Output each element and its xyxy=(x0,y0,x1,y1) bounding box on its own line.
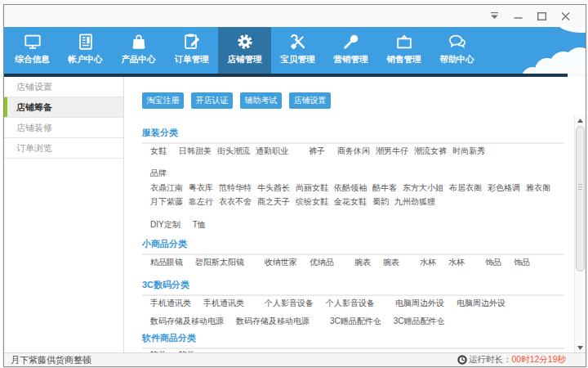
nav-item-4[interactable]: 店铺管理 xyxy=(218,27,271,74)
nav-item-8[interactable]: 帮助中心 xyxy=(430,27,483,74)
collapse-tray-icon xyxy=(490,12,499,20)
category-link[interactable]: 商务休闲 xyxy=(337,146,370,155)
nav-item-6[interactable]: 营销管理 xyxy=(324,27,377,74)
category-link[interactable]: 依酷领袖 xyxy=(334,183,367,192)
category-link[interactable]: 商之天子 xyxy=(257,197,290,206)
category-link[interactable]: 碧阳斯太阳镜 xyxy=(195,258,244,267)
scrollbar-down-arrow-icon[interactable] xyxy=(575,343,586,352)
category-link[interactable]: 电脑周边外设 xyxy=(457,298,506,307)
status-left-text: 月下紫藤供货商整顿 xyxy=(4,354,91,366)
maximize-icon xyxy=(537,12,546,20)
category-link[interactable]: 粤衣库 xyxy=(189,183,213,192)
category-link[interactable]: 衣衣不舍 xyxy=(219,197,252,206)
category-link[interactable]: 月下紫藤 xyxy=(150,197,183,206)
sidebar-item-2[interactable]: 店铺装修 xyxy=(4,118,123,138)
scrollbar-up-arrow-icon[interactable] xyxy=(575,116,586,124)
category-link[interactable]: 彩色格调 xyxy=(488,183,520,192)
sidebar: 店铺设置店铺筹备店铺装修订单浏览 xyxy=(4,77,124,352)
sidebar-item-label: 店铺筹备 xyxy=(16,102,52,112)
category-link[interactable]: 范特华特 xyxy=(219,183,252,192)
category-link[interactable]: 蜀韵 xyxy=(372,197,389,206)
category-link[interactable]: 饰品 xyxy=(485,258,501,267)
toolbar-button-0[interactable]: 淘宝注册 xyxy=(142,92,184,109)
category-link[interactable]: 优纳品 xyxy=(310,258,334,267)
category-link[interactable]: 个人影音设备 xyxy=(265,298,314,307)
toolbar-button-1[interactable]: 开店认证 xyxy=(191,92,233,109)
category-link[interactable]: 电脑周边外设 xyxy=(395,298,444,307)
nav-item-7[interactable]: 销售管理 xyxy=(377,27,430,74)
nav-item-1[interactable]: 帐户中心 xyxy=(59,27,112,74)
category-link[interactable]: 东方大小姐 xyxy=(403,183,443,192)
minimize-button[interactable] xyxy=(514,5,523,27)
shopping-bag-icon xyxy=(130,33,148,51)
category-link[interactable]: 靠左行 xyxy=(189,197,213,206)
category-link[interactable]: 3C赠品配件仓 xyxy=(330,316,381,325)
category-link[interactable]: 街头潮流 xyxy=(217,146,250,155)
category-link[interactable]: 水杯 xyxy=(420,258,436,267)
category-link[interactable]: 通勤职业 xyxy=(256,146,288,155)
nav-item-label: 帮助中心 xyxy=(440,54,474,65)
category-link[interactable]: 雅衣阁 xyxy=(526,183,550,192)
titlebar xyxy=(4,5,586,27)
nav-item-3[interactable]: 订单管理 xyxy=(165,27,218,74)
sidebar-item-0[interactable]: 店铺设置 xyxy=(4,77,123,97)
category-link[interactable]: 女鞋 xyxy=(150,146,167,155)
toolbar-button-3[interactable]: 店铺设置 xyxy=(289,92,331,109)
category-link[interactable]: 数码存储及移动电源 xyxy=(150,316,224,325)
minimize-icon xyxy=(514,12,523,20)
category-link[interactable]: 水杯 xyxy=(448,258,465,267)
clipboard-pencil-icon xyxy=(183,33,201,51)
category-link[interactable]: T恤 xyxy=(193,220,206,229)
category-link[interactable]: 精品眼镜 xyxy=(150,258,183,267)
nav-item-label: 订单管理 xyxy=(175,54,209,65)
scrollbar-thumb[interactable] xyxy=(576,126,585,272)
section-title: 软件商品分类 xyxy=(142,331,564,349)
toolbar-button-2[interactable]: 辅助考试 xyxy=(240,92,282,109)
nav-item-2[interactable]: 产品中心 xyxy=(112,27,165,74)
category-link[interactable]: 腕表 xyxy=(383,258,399,267)
category-link[interactable]: 布居衣阁 xyxy=(449,183,482,192)
runtime-value: 00时12分19秒 xyxy=(511,354,566,366)
nav-items: 综合信息帐户中心产品中心订单管理店铺管理宝贝管理营销管理销售管理帮助中心 xyxy=(6,27,483,74)
category-link[interactable]: 数码存储及移动电源 xyxy=(236,316,310,325)
category-link[interactable]: 潮流女裤 xyxy=(414,146,447,155)
collapse-button[interactable] xyxy=(490,5,499,27)
category-link-row: 衣鼎江南粤衣库范特华特牛头酋长尚丽女鞋依酷领袖酷牛客东方大小姐布居衣阁彩色格调雅… xyxy=(142,181,564,195)
nav-item-5[interactable]: 宝贝管理 xyxy=(271,27,324,74)
category-link[interactable]: DIY定制 xyxy=(150,220,180,229)
close-button[interactable] xyxy=(561,5,570,27)
category-link-row: 品牌 xyxy=(142,166,564,181)
scrollbar-grip xyxy=(578,184,582,191)
sidebar-item-1[interactable]: 店铺筹备 xyxy=(4,97,123,118)
category-link[interactable]: 个人影音设备 xyxy=(326,298,375,307)
category-link[interactable]: 潮男牛仔 xyxy=(376,146,408,155)
nav-item-0[interactable]: 综合信息 xyxy=(6,27,59,74)
sidebar-item-label: 订单浏览 xyxy=(16,143,52,153)
nav-item-label: 综合信息 xyxy=(16,54,50,65)
category-link[interactable]: 酷牛客 xyxy=(372,183,397,192)
category-link[interactable]: 3C赠品配件仓 xyxy=(394,316,445,325)
status-runtime: 运行时长： 00时12分19秒 xyxy=(457,354,566,366)
category-link[interactable]: 裤子 xyxy=(309,146,325,155)
category-link[interactable]: 收纳世家 xyxy=(265,258,297,267)
tools-icon xyxy=(289,33,307,51)
category-link[interactable]: 日韩甜美 xyxy=(179,146,212,155)
signboard-icon xyxy=(395,33,413,51)
category-link[interactable]: 衣鼎江南 xyxy=(150,183,183,192)
category-link[interactable]: 金花女鞋 xyxy=(334,197,367,206)
category-link[interactable]: 品牌 xyxy=(150,168,167,177)
main-content: 淘宝注册开店认证辅助考试店铺设置 服装分类女鞋日韩甜美街头潮流通勤职业裤子商务休… xyxy=(124,77,586,352)
category-link[interactable]: 手机通讯类 xyxy=(203,298,244,307)
app-window: 综合信息帐户中心产品中心订单管理店铺管理宝贝管理营销管理销售管理帮助中心 店铺设… xyxy=(3,4,586,367)
sidebar-item-3[interactable]: 订单浏览 xyxy=(4,138,123,159)
category-link[interactable]: 腕表 xyxy=(354,258,371,267)
category-link[interactable]: 牛头酋长 xyxy=(257,183,290,192)
category-link[interactable]: 九州劲狐狸 xyxy=(394,197,435,206)
category-link[interactable]: 手机通讯类 xyxy=(150,298,191,307)
category-link[interactable]: 时尚新秀 xyxy=(452,146,485,155)
maximize-button[interactable] xyxy=(537,5,546,27)
vertical-scrollbar[interactable] xyxy=(574,115,586,352)
category-link[interactable]: 尚丽女鞋 xyxy=(296,183,328,192)
category-link[interactable]: 缤纷女鞋 xyxy=(296,197,328,206)
category-link[interactable]: 饰品 xyxy=(514,258,530,267)
